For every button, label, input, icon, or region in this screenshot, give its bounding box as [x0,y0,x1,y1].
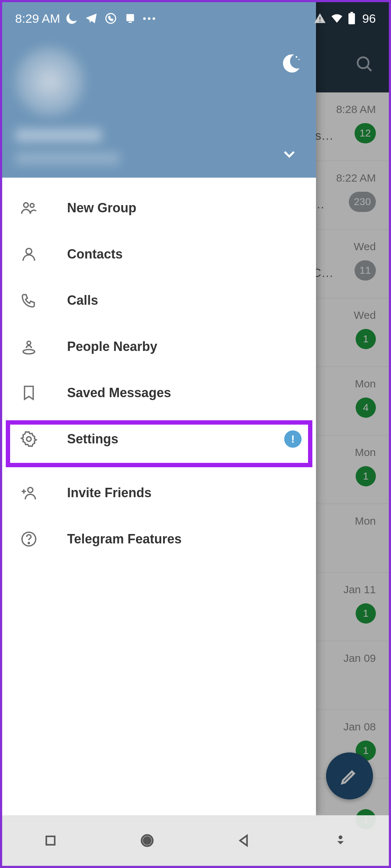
menu-new-group[interactable]: New Group [2,185,316,231]
menu-label: New Group [67,200,136,216]
wifi-icon [330,12,343,25]
alert-badge: ! [284,430,302,448]
svg-rect-21 [351,12,353,13]
svg-point-2 [296,56,298,58]
menu-label: Telegram Features [67,531,181,547]
phone-icon [20,292,38,309]
svg-rect-19 [320,21,321,22]
svg-point-25 [339,836,343,839]
svg-point-9 [27,437,31,442]
menu-invite-friends[interactable]: Invite Friends [2,470,316,516]
svg-point-5 [30,204,34,208]
gear-icon [20,430,38,448]
menu-label: Saved Messages [67,385,171,400]
menu-label: Invite Friends [67,485,151,500]
nav-home[interactable] [136,830,158,851]
night-mode-toggle[interactable] [281,53,302,73]
nav-ime-switcher[interactable] [330,830,351,851]
nav-back[interactable] [233,830,255,851]
svg-point-8 [23,350,35,354]
menu-saved-messages[interactable]: Saved Messages [2,370,316,416]
battery-icon [348,12,356,25]
svg-point-6 [26,248,32,254]
group-icon [20,199,38,217]
battery-level: 96 [362,12,376,26]
clock: 8:29 AM [15,12,60,26]
person-icon [20,246,38,263]
svg-point-10 [28,487,33,492]
svg-point-7 [27,341,31,345]
menu-label: People Nearby [67,339,157,354]
divider [2,466,316,466]
location-person-icon [20,338,38,355]
add-person-icon [20,484,38,502]
svg-rect-18 [320,17,321,20]
svg-rect-20 [348,13,355,25]
svg-rect-17 [128,22,132,23]
more-icon [143,12,156,25]
account-switcher[interactable] [281,146,297,162]
svg-rect-22 [46,836,54,845]
bookmark-icon [20,384,38,402]
svg-point-4 [24,203,28,208]
notification-icon [124,12,137,25]
svg-point-14 [28,542,29,543]
help-icon [20,530,38,548]
svg-point-15 [106,14,115,23]
nav-recents[interactable] [40,830,61,851]
navigation-bar [2,815,389,866]
avatar[interactable] [14,46,85,117]
menu-label: Calls [67,293,98,308]
warning-icon [314,12,326,25]
menu-label: Settings [67,431,118,447]
username [15,129,102,142]
svg-point-24 [144,837,150,844]
menu-settings[interactable]: Settings ! [2,416,316,462]
status-bar: 8:29 AM 96 [2,2,389,35]
telegram-icon [85,12,98,25]
moon-icon [65,12,78,25]
svg-rect-16 [126,14,134,21]
menu-contacts[interactable]: Contacts [2,231,316,277]
whatsapp-icon [104,12,117,25]
navigation-drawer: New Group Contacts Calls People Nearby [2,2,316,815]
menu-telegram-features[interactable]: Telegram Features [2,516,316,562]
menu-people-nearby[interactable]: People Nearby [2,324,316,370]
phone-number [15,152,120,165]
menu-calls[interactable]: Calls [2,277,316,324]
menu-label: Contacts [67,247,123,262]
svg-point-3 [298,59,299,60]
